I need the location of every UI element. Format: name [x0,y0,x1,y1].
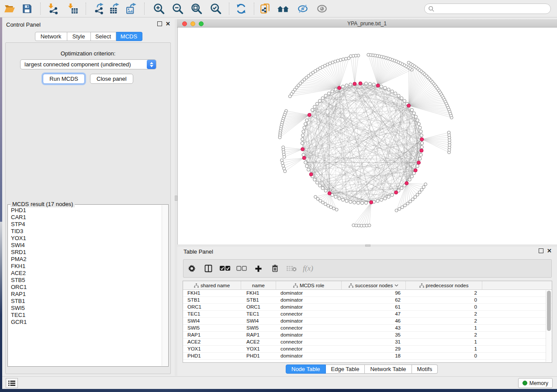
tab-mcds[interactable]: MCDS [116,32,142,41]
table-row[interactable]: ACE2ACE2connector311 [183,339,552,346]
column-header[interactable]: predecessor nodes [406,281,482,289]
mcds-list-item[interactable]: CAR1 [8,214,162,221]
optimization-criterion-dropdown[interactable]: largest connected component (undirected) [20,59,156,69]
refresh-view-button[interactable] [235,2,248,15]
table-cell: 0 [406,304,482,310]
mcds-result-list[interactable]: PHD1CAR1STP4TID3YOX1SWI4SRD1PMA2FKH1ACE2… [8,207,162,366]
shared-column-icon [419,283,424,288]
mcds-list-item[interactable]: PHD1 [8,207,162,214]
network-from-file-button[interactable] [259,2,272,15]
plus-icon [254,265,263,273]
mcds-list-item[interactable]: GCR1 [8,319,162,326]
save-session-button[interactable] [21,2,34,15]
tab-motifs[interactable]: Motifs [412,364,438,374]
table-cell: SWI5 [183,325,241,331]
table-cell: dominator [276,304,342,310]
zoom-fit-button[interactable] [190,2,203,15]
mcds-list-scrollbar[interactable] [162,205,168,366]
add-column-button[interactable] [250,265,266,273]
table-cell: 1 [406,325,482,331]
node-table[interactable]: shared namenameMCDS rolesuccessor nodesp… [183,281,552,363]
network-view-canvas[interactable] [177,28,557,244]
table-cell: ORC1 [241,304,276,310]
eye-icon [316,3,328,14]
mcds-list-item[interactable]: STP4 [8,221,162,228]
float-table-panel-icon[interactable] [539,248,543,253]
mcds-list-item[interactable]: SRD1 [8,249,162,256]
zoom-out-button[interactable] [171,2,184,15]
table-row[interactable]: SWI5SWI5connector431 [183,325,552,332]
mcds-list-item[interactable]: SWI5 [8,305,162,312]
tab-style[interactable]: Style [67,32,91,41]
column-header[interactable]: successor nodes [342,281,406,289]
network-window-titlebar[interactable]: YPA_prune.txt_1 [177,19,557,28]
task-history-button[interactable] [6,378,18,388]
column-header[interactable]: shared name [183,281,241,289]
table-row[interactable]: FKH1FKH1dominator962 [183,290,552,297]
table-row[interactable]: RAP1RAP1dominator352 [183,332,552,339]
table-row[interactable]: ORC1ORC1dominator610 [183,304,552,311]
function-builder-button[interactable]: f(x) [300,264,316,273]
tab-network-table[interactable]: Network Table [365,364,412,374]
import-network-icon [48,3,59,14]
export-table-button[interactable] [108,2,121,15]
table-cell: 1 [406,346,482,352]
close-panel-icon[interactable]: ✕ [166,21,170,26]
table-scrollbar-thumb[interactable] [547,291,551,331]
export-network-button[interactable] [93,2,106,15]
close-panel-button[interactable]: Close panel [90,74,133,84]
table-row[interactable]: PHD1PHD1dominator180 [183,353,552,360]
table-scrollbar[interactable] [546,290,551,362]
tab-network[interactable]: Network [35,32,67,41]
toolbar-separator [144,3,145,15]
open-session-button[interactable] [3,2,16,15]
close-table-panel-icon[interactable]: ✕ [547,248,552,253]
save-floppy-icon [22,3,32,14]
tab-node-table[interactable]: Node Table [286,364,326,374]
mcds-list-item[interactable]: TEC1 [8,312,162,319]
delete-table-button[interactable] [283,265,300,272]
column-header[interactable]: MCDS role [276,281,342,289]
table-cell: 0 [406,297,482,303]
mcds-list-item[interactable]: SWI4 [8,242,162,249]
column-header[interactable]: name [241,281,276,289]
mcds-list-item[interactable]: RAP1 [8,291,162,298]
zoom-selected-button[interactable] [209,2,222,15]
shared-column-icon [293,283,298,288]
split-panel-button[interactable] [200,264,217,273]
import-table-button[interactable] [66,2,80,15]
table-row[interactable]: SWI4SWI4dominator462 [183,318,552,325]
show-graphics-details-button[interactable] [315,2,329,15]
mcds-list-item[interactable]: ACE2 [8,270,162,277]
table-row[interactable]: TEC1TEC1connector472 [183,311,552,318]
mcds-list-item[interactable]: FKH1 [8,263,162,270]
delete-columns-button[interactable] [266,264,283,273]
hide-graphics-details-button[interactable] [296,2,309,15]
tab-select[interactable]: Select [91,32,116,41]
mcds-list-item[interactable]: ORC1 [8,284,162,291]
mcds-list-item[interactable]: STB5 [8,277,162,284]
column-header-label: successor nodes [355,283,393,288]
export-image-button[interactable] [125,2,138,15]
select-all-button[interactable] [217,265,233,272]
table-cell: 46 [342,318,406,324]
import-network-button[interactable] [47,2,60,15]
float-panel-icon[interactable] [157,21,162,26]
table-settings-button[interactable] [183,264,200,273]
search-field[interactable] [424,3,551,14]
zoom-in-button[interactable] [152,2,166,15]
memory-button[interactable]: Memory [518,378,553,388]
deselect-all-button[interactable] [233,266,250,271]
tab-edge-table[interactable]: Edge Table [326,364,365,374]
mcds-list-item[interactable]: PMA2 [8,256,162,263]
search-input[interactable] [435,6,550,12]
table-cell: TEC1 [241,311,276,317]
mcds-list-item[interactable]: YOX1 [8,235,162,242]
homes-button[interactable] [277,2,290,15]
mcds-list-item[interactable]: TID3 [8,228,162,235]
table-cell: 18 [342,353,406,359]
table-row[interactable]: STB1STB1dominator620 [183,297,552,304]
table-row[interactable]: YOX1YOX1connector291 [183,346,552,353]
mcds-list-item[interactable]: STB1 [8,298,162,305]
run-mcds-button[interactable]: Run MCDS [43,74,85,84]
